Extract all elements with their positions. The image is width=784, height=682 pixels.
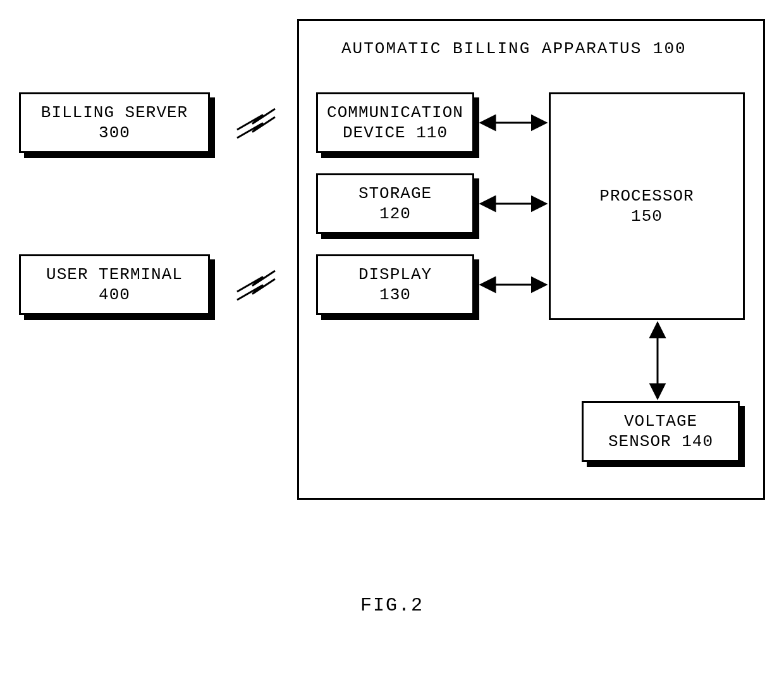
processor-label: PROCESSOR [599, 186, 694, 207]
user-terminal-num: 400 [99, 285, 130, 306]
communication-box: COMMUNICATION DEVICE 110 [316, 92, 474, 153]
user-terminal-label: USER TERMINAL [46, 264, 183, 285]
display-num: 130 [379, 285, 411, 306]
wireless-icon [234, 270, 278, 301]
billing-server-box: BILLING SERVER 300 [19, 92, 210, 153]
storage-box: STORAGE 120 [316, 173, 474, 234]
wireless-icon [234, 108, 278, 139]
processor-num: 150 [631, 206, 663, 227]
user-terminal-box: USER TERMINAL 400 [19, 254, 210, 315]
apparatus-title: AUTOMATIC BILLING APPARATUS 100 [341, 39, 687, 58]
figure-caption: FIG.2 [360, 595, 424, 616]
processor-box: PROCESSOR 150 [549, 92, 745, 320]
billing-server-num: 300 [99, 123, 130, 144]
voltage-sensor-label: VOLTAGE [624, 411, 697, 432]
communication-label: COMMUNICATION [327, 102, 463, 123]
storage-num: 120 [379, 204, 411, 225]
billing-server-label: BILLING SERVER [41, 102, 188, 123]
communication-sub: DEVICE 110 [343, 123, 448, 144]
display-box: DISPLAY 130 [316, 254, 474, 315]
display-label: DISPLAY [358, 264, 432, 285]
storage-label: STORAGE [358, 183, 432, 204]
voltage-sensor-box: VOLTAGE SENSOR 140 [582, 401, 740, 462]
voltage-sensor-sub: SENSOR 140 [608, 431, 713, 452]
